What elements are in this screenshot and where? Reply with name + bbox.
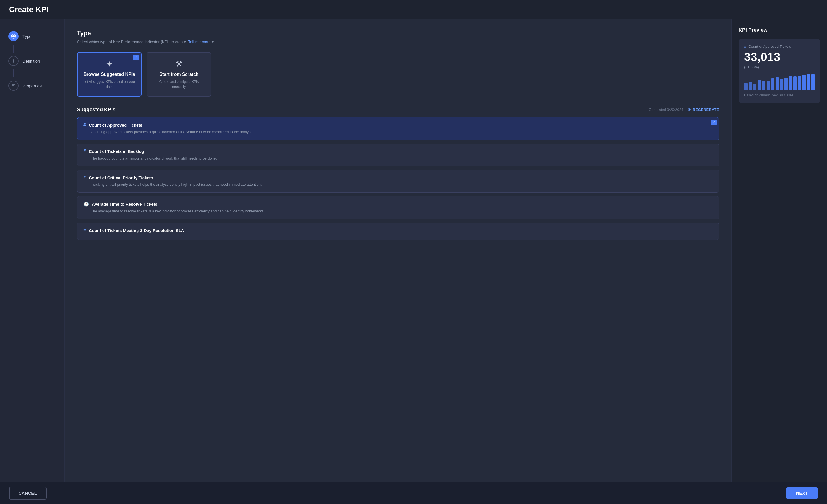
suggested-header: Suggested KPIs Generated 9/20/2024 ⟳ REG…	[77, 107, 719, 113]
kpi-name-4: Count of Tickets Meeting 3-Day Resolutio…	[89, 228, 184, 233]
kpi-desc-1: The backlog count is an important indica…	[84, 156, 713, 161]
kpi-desc-3: The average time to resolve tickets is a…	[84, 208, 713, 214]
preview-hash-icon: #	[744, 44, 746, 49]
step-icon-definition	[8, 56, 18, 66]
preview-footer: Based on current view: All Cases	[744, 93, 815, 97]
svg-point-2	[13, 60, 14, 62]
sidebar-item-properties[interactable]: Properties	[6, 77, 59, 94]
step-icon-type	[8, 31, 18, 41]
kpi-desc-2: Tracking critical priority tickets helps…	[84, 182, 713, 187]
tell-me-more-link[interactable]: Tell me more	[188, 40, 211, 44]
kpi-name-0: Count of Approved Tickets	[89, 123, 142, 128]
kpi-item-sla-tickets[interactable]: ≡ Count of Tickets Meeting 3-Day Resolut…	[77, 222, 719, 240]
preview-card: # Count of Approved Tickets 33,013 (31.8…	[738, 39, 820, 103]
chart-bar	[784, 78, 788, 91]
kpi-list-icon-4: ≡	[84, 228, 86, 233]
preview-change: (31.88%)	[744, 65, 815, 69]
kpi-desc-0: Counting approved tickets provides a qui…	[84, 129, 713, 135]
chart-bar	[807, 73, 810, 91]
type-card-scratch[interactable]: ⚒ Start from Scratch Create and configur…	[147, 52, 211, 97]
chart-bar	[753, 84, 757, 91]
preview-card-header: # Count of Approved Tickets	[744, 44, 815, 49]
type-card-browse[interactable]: ✓ ✦ Browse Suggested KPIs Let AI suggest…	[77, 52, 142, 97]
chart-bar	[767, 81, 770, 91]
kpi-item-backlog-tickets[interactable]: # Count of Tickets in Backlog The backlo…	[77, 144, 719, 166]
kpi-hash-icon-0: #	[84, 122, 86, 128]
regenerate-button[interactable]: ⟳ REGENERATE	[688, 108, 719, 112]
kpi-hash-icon-2: #	[84, 175, 86, 180]
right-panel: KPI Preview # Count of Approved Tickets …	[731, 19, 827, 482]
svg-rect-4	[12, 86, 14, 86]
selected-checkmark-browse: ✓	[133, 55, 139, 60]
chart-bar	[793, 77, 797, 91]
sidebar-item-properties-label: Properties	[22, 84, 42, 88]
type-cards-container: ✓ ✦ Browse Suggested KPIs Let AI suggest…	[77, 52, 719, 97]
browse-kpi-icon: ✦	[83, 59, 135, 68]
kpi-name-2: Count of Critical Priority Tickets	[89, 175, 153, 180]
sidebar: Type Definition Properties	[0, 19, 64, 482]
kpi-item-resolve-time[interactable]: 🕐 Average Time to Resolve Tickets The av…	[77, 196, 719, 219]
chart-bar	[811, 74, 815, 91]
kpi-item-header-2: # Count of Critical Priority Tickets	[84, 175, 713, 180]
browse-kpi-title: Browse Suggested KPIs	[83, 72, 135, 77]
kpi-item-header-4: ≡ Count of Tickets Meeting 3-Day Resolut…	[84, 228, 713, 233]
page-title: Create KPI	[9, 5, 818, 14]
chart-bar	[744, 83, 747, 91]
preview-value: 33,013	[744, 50, 815, 64]
kpi-item-critical-tickets[interactable]: # Count of Critical Priority Tickets Tra…	[77, 170, 719, 193]
chart-bar	[798, 75, 801, 91]
sidebar-item-definition[interactable]: Definition	[6, 53, 59, 69]
svg-rect-5	[12, 87, 15, 87]
main-layout: Type Definition Properties	[0, 19, 827, 482]
content-area: Type Select which type of Key Performanc…	[64, 19, 731, 482]
suggested-meta: Generated 9/20/2024 ⟳ REGENERATE	[649, 108, 719, 112]
kpi-name-3: Average Time to Resolve Tickets	[92, 202, 157, 206]
cancel-button[interactable]: CANCEL	[9, 487, 47, 500]
sidebar-item-definition-label: Definition	[22, 59, 40, 63]
kpi-name-1: Count of Tickets in Backlog	[89, 149, 144, 154]
sidebar-item-type-label: Type	[22, 34, 32, 39]
kpi-clock-icon-3: 🕐	[84, 201, 89, 207]
kpi-item-approved-tickets[interactable]: ✓ # Count of Approved Tickets Counting a…	[77, 117, 719, 140]
regenerate-icon: ⟳	[688, 108, 691, 112]
preview-title: KPI Preview	[738, 27, 820, 33]
preview-bar-chart	[744, 73, 815, 91]
step-icon-properties	[8, 81, 18, 91]
step-connector-1	[13, 45, 14, 53]
section-title: Type	[77, 30, 719, 37]
kpi-item-header-1: # Count of Tickets in Backlog	[84, 149, 713, 154]
svg-rect-3	[12, 84, 15, 85]
chart-bar	[802, 75, 806, 91]
chart-bar	[762, 81, 766, 91]
sidebar-item-type[interactable]: Type	[6, 28, 59, 45]
generated-date: Generated 9/20/2024	[649, 108, 683, 112]
chart-bar	[780, 79, 783, 91]
chart-bar	[776, 77, 779, 91]
next-button[interactable]: NEXT	[786, 488, 818, 499]
chart-bar	[789, 76, 792, 91]
kpi-hash-icon-1: #	[84, 149, 86, 154]
suggested-kpis-title: Suggested KPIs	[77, 107, 115, 113]
preview-card-label: Count of Approved Tickets	[748, 44, 791, 49]
svg-point-0	[12, 35, 15, 37]
kpi-item-header-3: 🕐 Average Time to Resolve Tickets	[84, 201, 713, 207]
browse-kpi-desc: Let AI suggest KPIs based on your data	[83, 79, 135, 89]
scratch-kpi-desc: Create and configure KPIs manually	[153, 79, 205, 89]
bottom-bar: CANCEL NEXT	[0, 482, 827, 504]
selected-checkmark-kpi: ✓	[711, 120, 717, 125]
chart-bar	[758, 80, 761, 91]
scratch-kpi-title: Start from Scratch	[153, 72, 205, 77]
section-subtitle: Select which type of Key Performance Ind…	[77, 40, 719, 44]
chart-bar	[748, 82, 752, 91]
chart-bar	[771, 79, 774, 91]
top-header: Create KPI	[0, 0, 827, 19]
scratch-kpi-icon: ⚒	[153, 59, 205, 68]
step-connector-2	[13, 69, 14, 77]
kpi-item-header-0: # Count of Approved Tickets	[84, 122, 713, 128]
